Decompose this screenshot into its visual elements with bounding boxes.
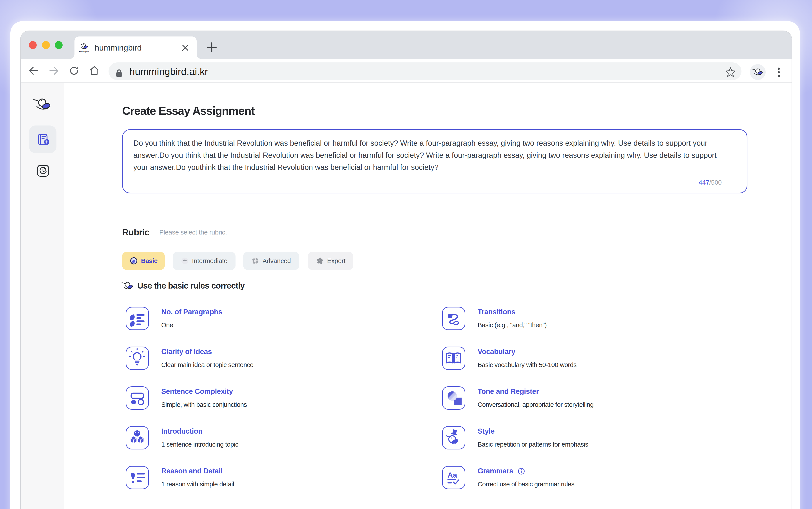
svg-text:Hummingbird: Hummingbird (79, 51, 89, 53)
